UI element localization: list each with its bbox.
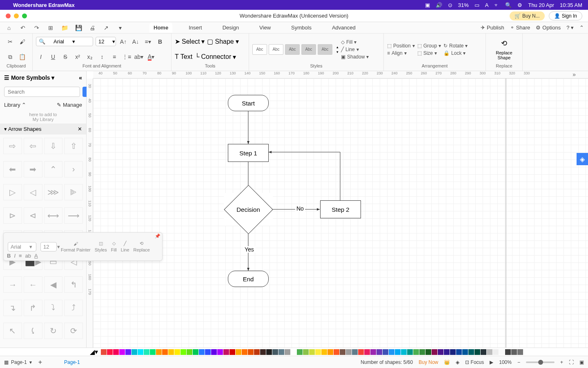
color-swatch[interactable]: [180, 349, 186, 355]
color-swatch[interactable]: [487, 349, 492, 355]
align-dropdown[interactable]: ≡▾: [143, 37, 153, 47]
color-swatch[interactable]: [327, 349, 333, 355]
color-swatch[interactable]: [315, 349, 321, 355]
color-swatch[interactable]: [407, 349, 413, 355]
arrow-shape[interactable]: ↖: [3, 323, 22, 339]
color-swatch[interactable]: [242, 349, 247, 355]
line-spacing-button[interactable]: ≡: [109, 52, 119, 62]
color-swatch[interactable]: [236, 349, 241, 355]
tab-insert[interactable]: Insert: [185, 22, 206, 33]
arrow-shape[interactable]: ▷: [3, 184, 22, 200]
color-swatch[interactable]: [278, 349, 284, 355]
control-center-icon[interactable]: ⚙: [517, 2, 522, 8]
tab-symbols[interactable]: Symbols: [287, 22, 316, 33]
tab-view[interactable]: View: [255, 22, 275, 33]
publish-button[interactable]: ✈ Publish: [481, 25, 504, 31]
replace-shape-label[interactable]: Replace Shape: [496, 50, 512, 60]
save-button[interactable]: 💾: [74, 23, 83, 33]
arrow-shape[interactable]: ⌃: [44, 161, 63, 177]
color-swatch[interactable]: [376, 349, 382, 355]
color-picker-icon[interactable]: ◢▾: [90, 348, 98, 356]
fill-button[interactable]: ◇Fill ▾: [341, 39, 369, 45]
arrow-shape[interactable]: ⟳: [64, 323, 83, 339]
decrease-font-button[interactable]: A↓: [131, 37, 140, 47]
color-swatch[interactable]: [413, 349, 419, 355]
mini-font-select[interactable]: Arial▾: [8, 242, 36, 251]
arrow-shape[interactable]: ⇧: [64, 138, 83, 154]
color-swatch[interactable]: [505, 349, 511, 355]
flowchart-end[interactable]: End: [228, 271, 269, 287]
arrow-shape[interactable]: ⊳: [3, 207, 22, 224]
page-dropdown-icon[interactable]: ▾: [29, 359, 32, 365]
shape-tool-button[interactable]: ▢Shape ▾: [207, 38, 238, 45]
color-swatch[interactable]: [144, 349, 149, 355]
position-button[interactable]: ⬚Position▾: [387, 43, 415, 49]
mini-line[interactable]: ╱Line: [121, 241, 129, 252]
color-swatch[interactable]: [303, 349, 309, 355]
color-swatch[interactable]: [481, 349, 486, 355]
style-preset-4[interactable]: Abc: [301, 44, 316, 55]
color-swatch[interactable]: [125, 349, 131, 355]
group-button[interactable]: ⬚Group▾: [417, 43, 441, 49]
app-name[interactable]: Wondershare EdrawMax: [13, 2, 75, 8]
arrow-shape[interactable]: ↻: [44, 323, 63, 339]
color-swatch[interactable]: [511, 349, 517, 355]
spotlight-icon[interactable]: 🔍: [505, 2, 512, 8]
copy-button[interactable]: ⧉: [5, 52, 15, 62]
arrow-shape[interactable]: ◁: [24, 184, 42, 200]
color-swatch[interactable]: [248, 349, 254, 355]
options-button[interactable]: ⚙ Options: [536, 25, 561, 31]
add-page-button[interactable]: +: [38, 359, 42, 366]
arrow-shape[interactable]: ◀: [44, 276, 63, 293]
color-swatch[interactable]: [352, 349, 358, 355]
mini-format-painter[interactable]: 🖌Format Painter: [61, 241, 91, 252]
mini-italic[interactable]: I: [14, 253, 16, 259]
page-tab[interactable]: Page-1: [64, 359, 80, 365]
style-preset-5[interactable]: Abc: [318, 44, 332, 55]
wifi-icon[interactable]: ᯤ: [494, 2, 499, 8]
color-swatch[interactable]: [291, 349, 296, 355]
color-swatch[interactable]: [364, 349, 370, 355]
format-painter-button[interactable]: 🖌: [18, 37, 27, 47]
bullets-button[interactable]: ⋮≡: [122, 52, 131, 62]
mini-size-select[interactable]: 12▾: [40, 242, 57, 251]
focus-button[interactable]: ⊡ Focus: [465, 359, 484, 365]
tab-design[interactable]: Design: [218, 22, 243, 33]
canvas[interactable]: Start Step 1 Decision No Step 2 Yes End: [93, 79, 588, 348]
color-swatch[interactable]: [383, 349, 388, 355]
color-swatch[interactable]: [340, 349, 345, 355]
color-swatch[interactable]: [260, 349, 266, 355]
page-list-icon[interactable]: ▦: [4, 359, 9, 365]
font-family-select[interactable]: 🔍Arial▾: [36, 37, 93, 46]
line-button[interactable]: ╱Line ▾: [341, 47, 369, 52]
manage-button[interactable]: ✎ Manage: [57, 102, 82, 108]
font-color-button[interactable]: A▾: [146, 52, 156, 62]
text-case-button[interactable]: ab▾: [134, 52, 144, 62]
layers-icon[interactable]: ◈: [456, 359, 459, 365]
play-icon[interactable]: ⊙: [448, 2, 452, 8]
shadow-button[interactable]: ▣Shadow ▾: [341, 54, 369, 60]
color-swatch[interactable]: [113, 349, 119, 355]
italic-button[interactable]: I: [36, 52, 46, 62]
color-swatch[interactable]: [401, 349, 407, 355]
color-swatch[interactable]: [211, 349, 217, 355]
zoom-level[interactable]: 100%: [499, 359, 512, 365]
zoom-out-button[interactable]: −: [517, 359, 520, 365]
buy-now-link[interactable]: Buy Now: [419, 359, 438, 365]
color-swatch[interactable]: [334, 349, 339, 355]
size-button[interactable]: ⬚Size▾: [417, 50, 441, 56]
color-swatch[interactable]: [162, 349, 168, 355]
screen-icon[interactable]: ▣: [425, 2, 430, 8]
date[interactable]: Thu 20 Apr: [528, 2, 554, 8]
spacing-button[interactable]: ↕: [97, 52, 107, 62]
mini-replace[interactable]: ⟲Replace: [134, 241, 150, 252]
arrow-shape[interactable]: ↱: [24, 300, 42, 316]
print-button[interactable]: 🖨: [87, 23, 97, 33]
symbol-search-input[interactable]: [4, 87, 80, 97]
font-size-select[interactable]: 12▾: [96, 37, 116, 46]
arrow-shape[interactable]: ⤴: [64, 300, 83, 316]
arrow-shape[interactable]: ←: [24, 276, 42, 293]
input-icon[interactable]: A: [485, 2, 489, 8]
flowchart-decision[interactable]: Decision: [224, 193, 273, 226]
mini-bold[interactable]: B: [7, 253, 11, 259]
